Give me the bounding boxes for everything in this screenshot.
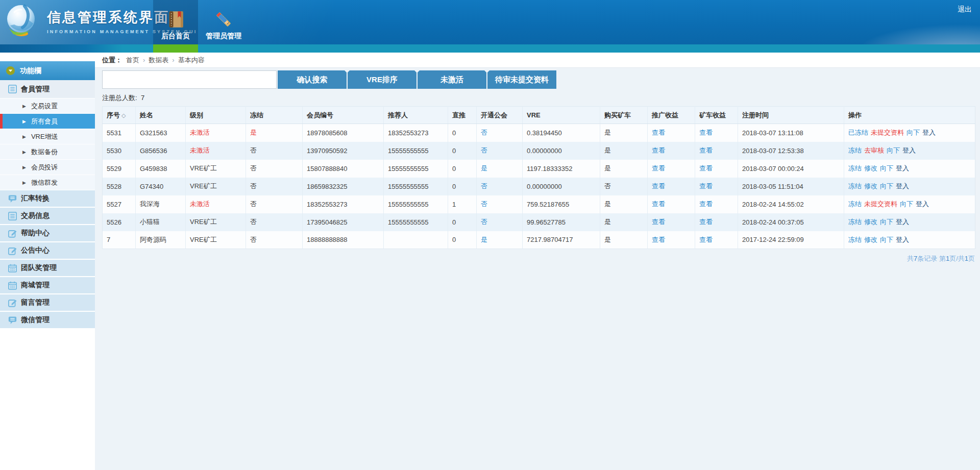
action-link[interactable]: 冻结: [848, 164, 862, 172]
menu-exchange-rate[interactable]: 汇率转换: [0, 190, 95, 208]
cell-vre: 7217.98704717: [523, 231, 600, 249]
action-link[interactable]: 向下: [887, 146, 900, 154]
breadcrumb-item[interactable]: 基本内容: [178, 56, 205, 64]
vre-sort-button[interactable]: VRE排序: [348, 70, 416, 89]
action-link[interactable]: 修改: [864, 236, 877, 243]
cell-direct: 0: [448, 142, 477, 160]
tab-backend-home[interactable]: 后台首页: [153, 0, 198, 44]
action-link[interactable]: 未提交资料: [864, 200, 897, 208]
cell-cart_income[interactable]: 查看: [695, 231, 738, 249]
cell-name: G856536: [136, 142, 186, 160]
cell-guild[interactable]: 否: [477, 142, 523, 160]
logout-button[interactable]: 退出: [958, 5, 972, 14]
pending-unsubmitted-button[interactable]: 待审未提交资料: [487, 70, 556, 89]
cell-actions: 冻结修改向下登入: [844, 178, 975, 195]
action-link[interactable]: 已冻结: [848, 129, 868, 136]
cell-referrer: 15555555555: [384, 213, 448, 231]
cell-cart_income[interactable]: 查看: [695, 142, 738, 160]
action-link[interactable]: 登入: [896, 236, 909, 243]
confirm-search-button[interactable]: 确认搜索: [278, 70, 347, 89]
column-header-reg_time: 注册时间: [738, 107, 844, 124]
menu-trade-settings[interactable]: ▶交易设置: [0, 98, 95, 114]
cell-direct: 0: [448, 160, 477, 178]
inactive-filter-button[interactable]: 未激活: [418, 70, 486, 89]
cell-cart_income[interactable]: 查看: [695, 195, 738, 213]
sidebar-item-label: 商城管理: [21, 281, 50, 290]
action-link[interactable]: 登入: [902, 146, 916, 154]
menu-vre-gift[interactable]: ▶VRE增送: [0, 129, 95, 144]
cell-frozen: 否: [246, 213, 303, 231]
sort-icon[interactable]: ◇: [121, 112, 126, 118]
toolbar-buttons: 确认搜索VRE排序未激活待审未提交资料: [277, 70, 556, 89]
cell-cart_income[interactable]: 查看: [695, 124, 738, 142]
action-link[interactable]: 冻结: [848, 236, 862, 243]
menu-data-backup[interactable]: ▶数据备份: [0, 144, 95, 160]
action-link[interactable]: 向下: [880, 218, 893, 226]
sidebar-item-member-manage[interactable]: 會員管理: [0, 80, 95, 98]
tab-admin-manage[interactable]: 管理员管理: [201, 0, 246, 44]
table-row: 5527我深海未激活否18352553273155555555551否759.5…: [103, 195, 975, 213]
cell-guild[interactable]: 否: [477, 213, 523, 231]
action-link[interactable]: 向下: [880, 236, 893, 243]
menu-wechat-manage[interactable]: 微信管理: [0, 312, 95, 329]
breadcrumb-item[interactable]: 数据表: [149, 56, 168, 64]
cell-referrer: 15555555555: [384, 178, 448, 195]
sidebar-item-label: 帮助中心: [21, 229, 50, 238]
action-link[interactable]: 向下: [880, 164, 893, 172]
cell-guild[interactable]: 是: [477, 160, 523, 178]
action-link[interactable]: 冻结: [848, 218, 862, 226]
content: 确认搜索VRE排序未激活待审未提交资料 注册总人数: 7 序号◇姓名级别冻结会员…: [95, 68, 980, 263]
action-link[interactable]: 去审核: [864, 146, 884, 154]
cell-guild[interactable]: 否: [477, 124, 523, 142]
action-link[interactable]: 修改: [864, 182, 877, 190]
cell-guild[interactable]: 否: [477, 195, 523, 213]
cell-promo_income[interactable]: 查看: [648, 160, 695, 178]
action-link[interactable]: 冻结: [848, 200, 862, 208]
menu-message-manage[interactable]: 留言管理: [0, 294, 95, 312]
menu-team-award[interactable]: 团队奖管理: [0, 260, 95, 277]
action-link[interactable]: 登入: [896, 164, 909, 172]
cell-guild[interactable]: 是: [477, 231, 523, 249]
action-link[interactable]: 向下: [880, 182, 893, 190]
menu-help-center[interactable]: 帮助中心: [0, 225, 95, 242]
cell-promo_income[interactable]: 查看: [648, 213, 695, 231]
action-link[interactable]: 修改: [864, 164, 877, 172]
action-link[interactable]: 冻结: [848, 146, 862, 154]
menu-trade-info[interactable]: 交易信息: [0, 208, 95, 225]
cell-promo_income[interactable]: 查看: [648, 142, 695, 160]
breadcrumb-item[interactable]: 首页: [126, 56, 139, 64]
action-link[interactable]: 向下: [906, 129, 920, 136]
cell-cart_income[interactable]: 查看: [695, 160, 738, 178]
menu-all-members[interactable]: ▶所有會員: [0, 114, 95, 129]
menu-announcement-center[interactable]: 公告中心: [0, 242, 95, 260]
menu-mall-manage[interactable]: 商城管理: [0, 277, 95, 294]
action-link[interactable]: 未提交资料: [871, 129, 904, 136]
action-link[interactable]: 冻结: [848, 182, 862, 190]
action-link[interactable]: 登入: [916, 200, 929, 208]
cell-promo_income[interactable]: 查看: [648, 124, 695, 142]
cell-name: G321563: [136, 124, 186, 142]
action-link[interactable]: 登入: [896, 182, 909, 190]
cell-mine_cart: 是: [600, 213, 648, 231]
cell-name: G74340: [136, 178, 186, 195]
tab-label: 管理员管理: [206, 32, 241, 41]
sidebar-panel-title[interactable]: 功能欄: [0, 61, 95, 80]
pagination-text: 条记录: [917, 255, 939, 262]
cell-promo_income[interactable]: 查看: [648, 178, 695, 195]
column-header-mine_cart: 购买矿车: [600, 107, 648, 124]
column-header-seq[interactable]: 序号◇: [103, 107, 136, 124]
search-input[interactable]: [102, 70, 277, 89]
cell-cart_income[interactable]: 查看: [695, 213, 738, 231]
cell-cart_income[interactable]: 查看: [695, 178, 738, 195]
action-link[interactable]: 修改: [864, 218, 877, 226]
cell-promo_income[interactable]: 查看: [648, 231, 695, 249]
action-link[interactable]: 登入: [922, 129, 936, 136]
menu-member-complaint[interactable]: ▶会员投诉: [0, 160, 95, 175]
action-link[interactable]: 登入: [896, 218, 909, 226]
cell-promo_income[interactable]: 查看: [648, 195, 695, 213]
cell-name: 我深海: [136, 195, 186, 213]
cell-guild[interactable]: 否: [477, 178, 523, 195]
menu-wechat-broadcast[interactable]: ▶微信群发: [0, 175, 95, 190]
cell-direct: 0: [448, 178, 477, 195]
action-link[interactable]: 向下: [900, 200, 913, 208]
